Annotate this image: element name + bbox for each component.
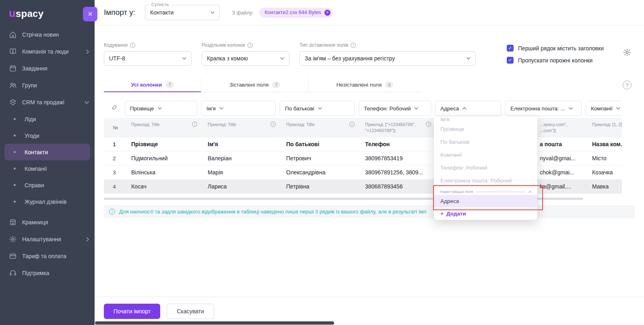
mapping-select-phone[interactable]: Телефон: Робочий — [359, 101, 431, 116]
matching-field: Тип зіставлення полівi За ім'ям – без ур… — [299, 42, 476, 66]
sidebar-item-label: CRM та продажі — [22, 99, 64, 106]
custom-fields-section: Користувацькі поля — [434, 187, 537, 195]
sidebar-header: uspacy — [0, 5, 95, 26]
plus-icon: + — [440, 211, 444, 217]
delimiter-field: Роздільник колонокi Крапка з комою — [202, 42, 289, 66]
mapping-select-surname[interactable]: Прізвище — [125, 101, 197, 116]
sidebar-item-label: Компанія та люди — [22, 48, 69, 55]
sidebar-item-label: Справи — [25, 182, 44, 188]
sidebar-item-settings[interactable]: Налаштування — [0, 231, 95, 248]
dropdown-option[interactable]: Ім'я — [434, 116, 537, 122]
tab-all-columns[interactable]: Усі колонки 7 — [104, 78, 201, 92]
sidebar-item-leads[interactable]: Ліди — [0, 111, 95, 127]
add-field-label: Додати — [446, 211, 466, 217]
dropdown-option[interactable]: Прізвище — [434, 122, 537, 135]
table-row: 4 Косач Лариса Петрівна 380687893456 ka@… — [104, 180, 622, 194]
sidebar-item-call-log[interactable]: Журнал дзвінків — [0, 193, 95, 210]
close-button[interactable]: ✕ — [83, 7, 97, 21]
entity-select[interactable]: Сутність Контакти — [145, 5, 220, 20]
example-row: № Приклад: Titlei Приклад: Titlei Прикла… — [104, 118, 622, 137]
info-icon: i — [109, 209, 115, 215]
sidebar-item-newsfeed[interactable]: Стрічка новин — [0, 26, 95, 43]
sidebar-item-label: Налаштування — [22, 236, 61, 242]
chevron-down-icon — [211, 11, 215, 14]
help-icon[interactable]: ? — [623, 81, 632, 89]
mapping-select-email[interactable]: Електронна пошта: ... — [505, 101, 582, 116]
uspacy-logo[interactable]: uspacy — [9, 7, 43, 20]
logo-accent: u — [9, 7, 16, 19]
remove-file-icon[interactable]: ✕ — [324, 10, 330, 16]
delimiter-label: Роздільник колонокi — [202, 42, 289, 48]
info-text: Для наочності та задля швидкого відображ… — [119, 209, 426, 215]
chevron-down-icon — [318, 107, 322, 110]
dropdown-option[interactable]: Компанії — [434, 148, 537, 161]
skip-empty-columns-checkbox[interactable]: ✓ Пропускати порожні колонки — [507, 57, 604, 64]
tab-count-badge: 7 — [272, 81, 280, 88]
bullet-icon — [14, 201, 16, 203]
sidebar-item-groups[interactable]: Групи — [0, 77, 95, 94]
table-row: 1 Прізвище Ім'я По батькові Телефон а по… — [104, 137, 622, 151]
mapping-select-name[interactable]: Ім'я — [201, 101, 276, 116]
tab-mapped-fields[interactable]: Зіставлені поля 7 — [201, 78, 308, 92]
tab-count-badge: 7 — [165, 81, 173, 88]
address-mapping-dropdown: Ім'я Прізвище По батькові Компанії Телеф… — [434, 116, 537, 220]
dropdown-option[interactable]: Електронна пошта: Робочий — [434, 174, 537, 187]
first-row-headers-checkbox[interactable]: ✓ Перший рядок містить заголовки — [507, 45, 604, 52]
sidebar-item-billing[interactable]: Тариф та оплата — [0, 248, 95, 265]
number-column-header: № — [104, 118, 125, 137]
dropdown-option-selected[interactable]: Адреса — [434, 195, 537, 207]
sidebar-item-label: Стрічка новин — [22, 31, 59, 38]
sidebar-item-label: Компанії — [25, 166, 47, 172]
sidebar-item-label: Крамниця — [22, 219, 48, 226]
info-icon: i — [192, 122, 197, 127]
sidebar-item-marketplace[interactable]: Крамниця — [0, 214, 95, 231]
chevron-down-icon — [466, 57, 471, 60]
checkbox-label: Перший рядок містить заголовки — [518, 45, 604, 52]
tab-label: Незіставлені поля — [336, 82, 382, 88]
preview-info-banner: i Для наочності та задля швидкого відобр… — [104, 205, 635, 218]
chevron-down-icon — [85, 101, 89, 104]
page-scrollbar-thumb[interactable] — [95, 321, 334, 325]
dropdown-option[interactable]: Телефон: Робочий — [434, 161, 537, 174]
matching-select[interactable]: За ім'ям – без урахування регістру — [299, 51, 476, 66]
cancel-button[interactable]: Скасувати — [167, 304, 214, 319]
section-label: Користувацькі поля — [440, 190, 473, 194]
sidebar: uspacy Стрічка новин Компанія та люди За… — [0, 0, 95, 325]
sidebar-item-support[interactable]: Підтримка — [0, 265, 95, 282]
dropdown-option[interactable]: По батькові — [434, 135, 537, 148]
sidebar-nav: Стрічка новин Компанія та люди Завдання … — [0, 26, 95, 282]
chevron-up-icon — [528, 191, 532, 193]
bullet-icon — [14, 118, 16, 120]
table-row: 3 Вілінська Марія Олександрівна 38096789… — [104, 166, 622, 180]
sidebar-item-deals[interactable]: Угоди — [0, 127, 95, 144]
logo-text: spacy — [16, 8, 44, 19]
chevron-down-icon — [182, 57, 186, 60]
add-field-button[interactable]: + Додати — [434, 207, 537, 217]
file-label: З файлу: — [232, 10, 254, 16]
chevron-down-icon — [569, 107, 573, 110]
sidebar-item-contacts[interactable]: Контакти — [4, 144, 90, 160]
sidebar-item-label: Завдання — [22, 65, 47, 72]
mapping-select-companies[interactable]: Компанії — [586, 101, 622, 116]
main-panel: ✕ Імпорт у: Сутність Контакти З файлу: К… — [95, 0, 644, 325]
sidebar-item-crm[interactable]: CRM та продажі — [0, 94, 95, 111]
sidebar-item-company-people[interactable]: Компанія та люди — [0, 43, 95, 60]
chevron-down-icon — [616, 107, 620, 110]
tab-unmapped-fields[interactable]: Незіставлені поля 0 — [308, 78, 421, 92]
entity-select-label: Сутність — [149, 2, 171, 7]
start-import-button[interactable]: Почати імпорт — [104, 304, 160, 319]
chevron-down-icon — [280, 57, 284, 60]
sidebar-item-label: Журнал дзвінків — [25, 199, 67, 205]
sidebar-item-tasks[interactable]: Завдання — [0, 60, 95, 77]
advanced-settings-gear-icon[interactable] — [623, 48, 632, 57]
mapping-select-address[interactable]: Адреса — [435, 101, 501, 116]
gear-icon — [9, 235, 17, 243]
bullet-icon — [14, 168, 16, 170]
delimiter-select[interactable]: Крапка з комою — [202, 51, 289, 66]
encoding-select[interactable]: UTF-8 — [104, 51, 192, 66]
sidebar-item-activities[interactable]: Справи — [0, 177, 95, 193]
mapping-select-patronymic[interactable]: По батькові — [280, 101, 355, 116]
link-icon[interactable] — [111, 104, 118, 113]
sidebar-item-companies[interactable]: Компанії — [0, 160, 95, 177]
chevron-down-icon — [414, 107, 418, 110]
